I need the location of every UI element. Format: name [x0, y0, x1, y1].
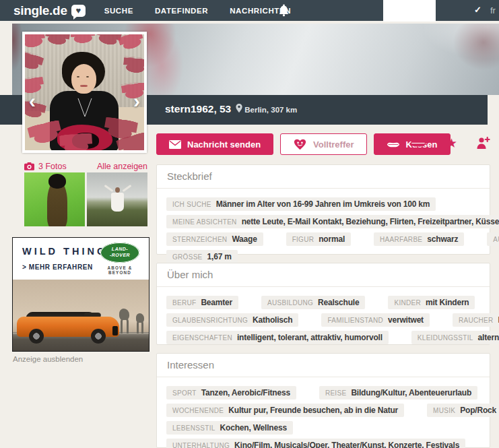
volltreffer-label: Volltreffer [313, 139, 354, 150]
add-contact-icon[interactable] [476, 136, 490, 150]
section-body: BERUFBeamterAUSBILDUNGRealschuleKINDERmi… [157, 287, 490, 355]
section-ueber-mich: Über mich BERUFBeamterAUSBILDUNGRealschu… [156, 263, 490, 345]
nav-item-datefinder[interactable]: DATEFINDER [155, 7, 208, 15]
chip-label: MEINE ABSICHTEN [172, 218, 237, 226]
site-logo[interactable]: single.de ♥ [13, 3, 86, 18]
photo-next-arrow[interactable]: › [133, 91, 140, 111]
section-title: Interessen [157, 354, 490, 377]
section-interessen: Interessen SPORTTanzen, Aerobic/FitnessR… [156, 353, 490, 448]
attribute-chip: HAARFARBEschwarz [374, 232, 464, 246]
attribute-chip: AUGENFARBEblau [487, 232, 499, 246]
location-pin-icon [236, 104, 242, 113]
kiss-mark-decoration [44, 34, 71, 46]
check-icon[interactable]: ✓ [474, 5, 481, 15]
envelope-icon [169, 140, 181, 149]
top-nav: single.de ♥ SUCHE DATEFINDER NACHRICHTEN… [0, 0, 499, 21]
ad-tagline: ABOVE & BEYOND [99, 265, 141, 275]
chip-value: normal [319, 234, 345, 244]
kiss-mark-decoration [121, 82, 144, 101]
attribute-chip: AUSBILDUNGRealschule [261, 296, 365, 309]
lips-icon [387, 141, 400, 148]
chip-value: Waage [232, 234, 257, 244]
kiss-mark-decoration [25, 51, 44, 73]
chip-label: WOCHENENDE [172, 407, 224, 414]
hide-ad-link[interactable]: Anzeige ausblenden [13, 355, 83, 363]
photo-prev-arrow[interactable]: ‹ [29, 91, 36, 111]
attribute-chip: EIGENSCHAFTENintelligent, tolerant, attr… [166, 331, 389, 344]
quick-actions: ★ [409, 136, 490, 150]
attribute-chip: ICH SUCHEMänner im Alter von 16-99 Jahre… [166, 197, 436, 211]
landrover-logo: LAND- -ROVER ABOVE & BEYOND [99, 243, 141, 275]
chip-value: Tanzen, Aerobic/Fitness [201, 388, 290, 397]
ad-cta-link[interactable]: > MEHR ERFAHREN [22, 263, 93, 271]
chip-label: ICH SUCHE [172, 201, 211, 208]
attribute-chip: MUSIKPop/Rock [427, 404, 499, 417]
attribute-chip: GRÖSSE1,67 m [166, 250, 238, 263]
location-text: Berlin, 307 km [244, 106, 297, 114]
favorite-star-icon[interactable]: ★ [446, 137, 457, 150]
advertisement[interactable]: WILD THING > MEHR ERFAHREN LAND- -ROVER … [12, 237, 149, 352]
chip-label: AUGENFARBE [493, 236, 499, 243]
attribute-chip: UNTERHALTUNGKino/Film, Musicals/Oper, Th… [166, 439, 465, 448]
chip-value: schwarz [427, 234, 458, 244]
chip-label: KLEIDUNGSSTIL [418, 334, 473, 342]
profile-page: single.de ♥ SUCHE DATEFINDER NACHRICHTEN… [0, 0, 499, 448]
attribute-chip: WOCHENENDEKultur pur, Freunde besuchen, … [166, 404, 404, 417]
chip-label: FAMILIENSTAND [327, 317, 383, 324]
photo-count: 3 Fotos [38, 162, 67, 171]
send-message-button[interactable]: Nachricht senden [156, 133, 273, 155]
chip-value: Katholisch [253, 315, 292, 325]
notifications-bell-icon[interactable] [277, 3, 290, 20]
chip-label: UNTERHALTUNG [172, 442, 230, 448]
lips-icon[interactable] [409, 139, 427, 148]
chip-label: MUSIK [433, 407, 455, 414]
attribute-chip: SPORTTanzen, Aerobic/Fitness [166, 386, 296, 399]
chip-label: GLAUBENSRICHTUNG [172, 317, 248, 324]
kiss-mark-decoration [59, 131, 93, 150]
chip-label: FIGUR [292, 236, 314, 243]
heart-bubble-icon: ♥ [71, 5, 86, 17]
attribute-chip: BERUFBeamter [166, 296, 238, 309]
camera-icon [24, 162, 34, 170]
attribute-chip: STERNZEICHENWaage [166, 232, 263, 246]
attribute-chip: MEINE ABSICHTENnette Leute, E-Mail Konta… [166, 215, 499, 228]
ad-headline: WILD THING [22, 246, 107, 257]
kiss-mark-decoration [70, 34, 96, 44]
volltreffer-button[interactable]: Volltreffer [280, 133, 366, 155]
chip-value: alternativ [478, 333, 499, 342]
show-all-photos-link[interactable]: Alle anzeigen [97, 162, 147, 171]
chip-label: KINDER [394, 299, 421, 307]
nav-right-text: fr [490, 5, 496, 15]
username-age: stern1962, 53 [165, 103, 231, 115]
kiss-mark-decoration [25, 100, 46, 121]
chip-label: HAARFARBE [380, 236, 422, 243]
kiss-mark-decoration [117, 34, 144, 53]
redacted-account-area [383, 0, 436, 22]
chip-value: mit Kindern [426, 298, 469, 307]
main-photo-image: ‹ › [25, 34, 144, 150]
attribute-chip: KINDERmit Kindern [388, 296, 475, 309]
chip-value: Bildung/Kultur, Abenteuerurlaub [351, 388, 471, 397]
chip-value: Kino/Film, Musicals/Oper, Theater/Kunst,… [234, 441, 459, 448]
chip-label: EIGENSCHAFTEN [172, 334, 232, 342]
attribute-chip: FAMILIENSTANDverwitwet [321, 313, 430, 327]
photo-thumbnail[interactable] [24, 172, 85, 226]
kiss-mark-decoration [25, 34, 46, 50]
photos-header: 3 Fotos Alle anzeigen [24, 162, 147, 171]
attribute-chip: LEBENSSTILKochen, Wellness [166, 421, 293, 435]
smiley-heart-icon [293, 138, 307, 151]
photo-thumbnail[interactable] [87, 172, 147, 226]
chip-value: Kultur pur, Freunde besuchen, ab in die … [228, 406, 398, 415]
send-message-label: Nachricht senden [187, 139, 261, 150]
orange-convertible-car [17, 309, 119, 342]
chip-label: SPORT [172, 389, 197, 397]
attribute-chip: FIGURnormal [286, 232, 351, 246]
chip-label: REISE [325, 389, 347, 397]
chip-value: Kochen, Wellness [220, 423, 287, 433]
bird-silhouette [119, 309, 129, 320]
nav-item-suche[interactable]: SUCHE [104, 7, 133, 15]
section-body: ICH SUCHEMänner im Alter von 16-99 Jahre… [157, 189, 490, 274]
attribute-chip: RAUCHERNichtraucher [453, 313, 499, 327]
photo-thumbnails [24, 172, 147, 226]
section-title: Über mich [157, 263, 490, 287]
